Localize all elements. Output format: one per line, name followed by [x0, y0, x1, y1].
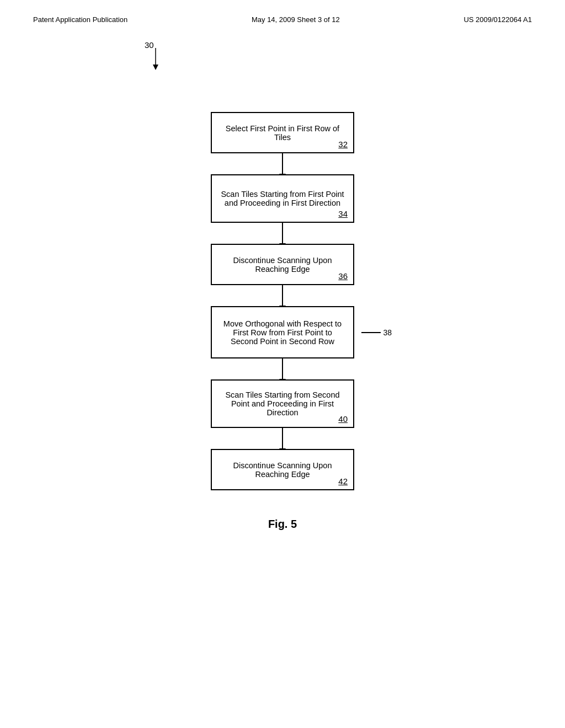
box-36-ref: 36 [338, 271, 348, 281]
side-line [361, 332, 381, 333]
box-38-side-ref: 38 [361, 328, 392, 337]
box-38-text: Move Orthogonal with Respect to First Ro… [220, 319, 345, 346]
box-34-text: Scan Tiles Starting from First Point and… [220, 190, 345, 207]
box-32-text: Select First Point in First Row of Tiles [220, 124, 345, 142]
flow-box-38: Move Orthogonal with Respect to First Ro… [211, 306, 354, 358]
box-40-text: Scan Tiles Starting from Second Point an… [220, 390, 345, 417]
page-header: Patent Application Publication May 14, 2… [0, 0, 565, 24]
box-34-ref: 34 [338, 209, 348, 218]
svg-marker-1 [153, 65, 158, 70]
header-right: US 2009/0122064 A1 [463, 15, 532, 24]
arrow-40-42 [282, 428, 283, 449]
box-38-wrapper: Move Orthogonal with Respect to First Ro… [211, 306, 354, 358]
diagram-area: 30 Select First Point in First Row of Ti… [89, 40, 476, 553]
flow-box-40: Scan Tiles Starting from Second Point an… [211, 379, 354, 428]
box-38-ref: 38 [383, 328, 392, 337]
arrow-32-34 [282, 153, 283, 174]
box-32-ref: 32 [338, 140, 348, 149]
figure-label: Fig. 5 [89, 518, 476, 553]
arrow-34-36 [282, 223, 283, 244]
flow-box-32: Select First Point in First Row of Tiles… [211, 112, 354, 153]
box-40-ref: 40 [338, 414, 348, 424]
flow-box-42: Discontinue Scanning Upon Reaching Edge … [211, 449, 354, 490]
flowchart: Select First Point in First Row of Tiles… [89, 112, 476, 490]
ref-30-area: 30 [111, 40, 476, 79]
patent-page: Patent Application Publication May 14, 2… [0, 0, 565, 728]
arrow-36-38 [282, 285, 283, 306]
box-36-text: Discontinue Scanning Upon Reaching Edge [220, 256, 345, 274]
flow-box-36: Discontinue Scanning Upon Reaching Edge … [211, 244, 354, 285]
header-center: May 14, 2009 Sheet 3 of 12 [252, 15, 340, 24]
header-left: Patent Application Publication [33, 15, 127, 24]
box-42-ref: 42 [338, 477, 348, 486]
ref-30-arrow [150, 48, 183, 70]
flow-box-34: Scan Tiles Starting from First Point and… [211, 174, 354, 223]
arrow-38-40 [282, 358, 283, 379]
box-42-text: Discontinue Scanning Upon Reaching Edge [220, 461, 345, 479]
